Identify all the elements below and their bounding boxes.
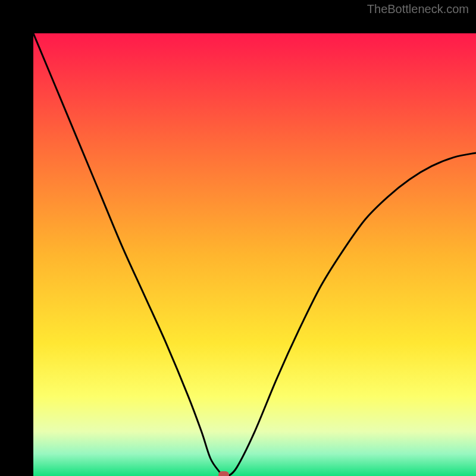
bottleneck-curve (33, 33, 476, 476)
chart-frame (0, 0, 476, 476)
optimal-point-marker (218, 471, 229, 476)
plot-area (33, 33, 476, 476)
watermark-text: TheBottleneck.com (367, 2, 469, 16)
curve-svg (33, 33, 476, 476)
